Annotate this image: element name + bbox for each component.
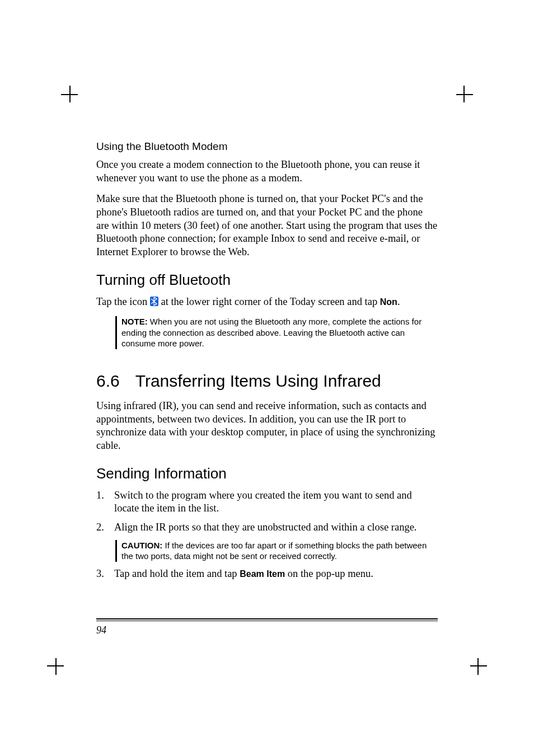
text: Tap the icon <box>96 296 150 307</box>
step-item: Tap and hold the item and tap Beam Item … <box>96 567 438 581</box>
paragraph: Tap the icon at the lower right corner o… <box>96 295 438 309</box>
crop-mark <box>463 86 465 102</box>
note-label: NOTE: <box>121 317 148 326</box>
caution-label: CAUTION: <box>121 541 162 550</box>
heading-turning-off-bluetooth: Turning off Bluetooth <box>96 271 438 289</box>
footer-rule <box>96 621 438 621</box>
note-block: NOTE: When you are not using the Bluetoo… <box>115 316 438 349</box>
bluetooth-icon <box>150 297 158 306</box>
caution-block: CAUTION: If the devices are too far apar… <box>115 540 438 562</box>
paragraph: Make sure that the Bluetooth phone is tu… <box>96 192 438 259</box>
crop-mark <box>477 658 479 675</box>
heading-sending-information: Sending Information <box>96 465 438 482</box>
heading-section-6-6: 6.6Transferring Items Using Infrared <box>96 372 438 391</box>
section-number: 6.6 <box>96 372 120 391</box>
page-content: Using the Bluetooth Modem Once you creat… <box>96 137 438 586</box>
note-text: NOTE: When you are not using the Bluetoo… <box>121 316 438 349</box>
caution-body: If the devices are too far apart or if s… <box>121 541 427 561</box>
ordered-steps: Switch to the program where you created … <box>96 489 438 534</box>
page-footer: 94 <box>96 618 438 636</box>
caution-text: CAUTION: If the devices are too far apar… <box>121 540 438 562</box>
footer-rule <box>96 618 438 620</box>
paragraph: Once you create a modem connection to th… <box>96 158 438 185</box>
ui-label-beam-item: Beam Item <box>240 569 285 579</box>
crop-mark <box>69 86 71 102</box>
crop-mark <box>456 94 473 95</box>
paragraph: Using infrared (IR), you can send and re… <box>96 400 438 453</box>
text: at the lower right corner of the Today s… <box>158 296 380 307</box>
text: . <box>397 296 400 307</box>
ordered-steps: Tap and hold the item and tap Beam Item … <box>96 567 438 581</box>
note-body: When you are not using the Bluetooth any… <box>121 317 421 348</box>
subheading-bluetooth-modem: Using the Bluetooth Modem <box>96 140 438 153</box>
crop-mark <box>470 665 487 666</box>
text: Tap and hold the item and tap <box>114 568 240 579</box>
crop-mark <box>55 658 57 675</box>
step-item: Switch to the program where you created … <box>96 489 438 515</box>
page-number: 94 <box>96 624 438 636</box>
ui-label-non: Non <box>380 297 397 307</box>
text: on the pop-up menu. <box>285 568 373 579</box>
section-title: Transferring Items Using Infrared <box>135 372 381 390</box>
step-item: Align the IR ports so that they are unob… <box>96 521 438 534</box>
